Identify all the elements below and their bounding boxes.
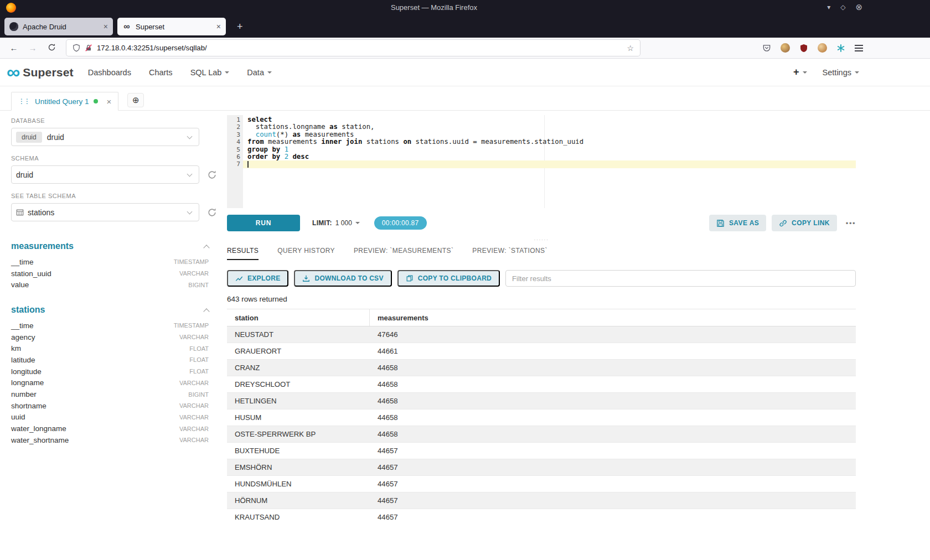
query-tab-close-icon[interactable]: × xyxy=(107,97,112,106)
pane-splitter[interactable]: ∙∙∙∙∙∙ xyxy=(227,236,856,243)
nav-item-label: Data xyxy=(247,68,264,77)
tab-close-icon[interactable]: × xyxy=(216,22,221,31)
code-line[interactable]: stations.longname as station, xyxy=(243,123,856,131)
nav-item-dashboards[interactable]: Dashboards xyxy=(88,68,131,77)
window-minimize-icon[interactable]: ▾ xyxy=(827,3,830,11)
cell-station: OSTE-SPERRWERK BP xyxy=(227,426,370,442)
column-header-station[interactable]: station xyxy=(227,309,370,326)
table-select[interactable]: stations xyxy=(11,203,199,221)
settings-menu[interactable]: Settings xyxy=(823,68,859,77)
limit-dropdown[interactable]: LIMIT: 1 000 xyxy=(312,219,360,227)
superset-logo[interactable]: ∞ Superset xyxy=(7,65,74,80)
column-row-water-longname: water_longnameVARCHAR xyxy=(11,423,209,434)
chevron-up-icon[interactable] xyxy=(203,245,209,251)
add-query-tab-button[interactable]: ⊕ xyxy=(127,93,144,107)
query-tab[interactable]: ⋮⋮ Untitled Query 1 × xyxy=(11,92,118,111)
nav-item-data[interactable]: Data xyxy=(247,68,272,77)
code-line[interactable]: order by 2 desc xyxy=(243,153,856,160)
bookmark-star-icon[interactable]: ☆ xyxy=(627,44,634,53)
download-to-csv-button[interactable]: DOWNLOAD TO CSV xyxy=(294,270,391,287)
result-actions: EXPLOREDOWNLOAD TO CSVCOPY TO CLIPBOARD xyxy=(227,270,500,287)
column-name: longitude xyxy=(11,367,42,376)
results-tab-preview-stations[interactable]: PREVIEW: `STATIONS` xyxy=(472,247,547,260)
forward-button[interactable]: → xyxy=(25,44,40,52)
text-cursor xyxy=(247,161,249,168)
cell-station: HUNDSMÜHLEN xyxy=(227,476,370,492)
filter-results-input[interactable] xyxy=(505,270,856,287)
reload-button[interactable] xyxy=(44,43,59,53)
lock-insecure-icon[interactable] xyxy=(85,44,92,52)
toolbar-extensions xyxy=(762,43,864,53)
caret-down-icon xyxy=(803,71,807,74)
cell-measurements: 44658 xyxy=(370,409,856,426)
nav-item-sql-lab[interactable]: SQL Lab xyxy=(190,68,230,77)
url-input[interactable] xyxy=(97,44,622,52)
cell-station: HETLINGEN xyxy=(227,393,370,409)
url-bar[interactable]: ☆ xyxy=(66,40,640,56)
save-as-button[interactable]: SAVE AS xyxy=(709,215,766,231)
column-name: agency xyxy=(11,333,35,341)
window-maximize-icon[interactable]: ◇ xyxy=(840,3,845,11)
tracking-shield-icon[interactable] xyxy=(73,44,80,52)
new-tab-button[interactable]: + xyxy=(232,21,247,33)
sqllab-main: DATABASE druid druid SCHEMA druid xyxy=(0,111,930,560)
back-button[interactable]: ← xyxy=(7,44,21,52)
table-section-name: measurements xyxy=(11,241,74,251)
more-options-icon[interactable]: ••• xyxy=(846,219,856,227)
schema-tables: measurements__timeTIMESTAMPstation_uuidV… xyxy=(11,241,219,446)
column-name: uuid xyxy=(11,413,25,421)
table-row: HUNDSMÜHLEN44657 xyxy=(227,476,856,492)
tab-close-icon[interactable]: × xyxy=(104,22,108,31)
code-line[interactable]: from measurements inner join stations on… xyxy=(243,138,856,146)
copy-to-clipboard-button[interactable]: COPY TO CLIPBOARD xyxy=(397,270,500,287)
database-select[interactable]: druid druid xyxy=(11,128,199,146)
column-name: number xyxy=(11,390,37,398)
run-button[interactable]: RUN xyxy=(227,215,300,231)
code-line[interactable] xyxy=(243,160,856,168)
line-number: 2 xyxy=(227,123,240,131)
nav-item-charts[interactable]: Charts xyxy=(149,68,173,77)
results-tab-results[interactable]: RESULTS xyxy=(227,247,259,260)
code-line[interactable]: count(*) as measurements xyxy=(243,131,856,138)
grid-header: stationmeasurements xyxy=(227,309,856,326)
column-header-measurements[interactable]: measurements xyxy=(370,309,856,326)
brand-name: Superset xyxy=(23,66,73,79)
extension-avatar-icon[interactable] xyxy=(818,43,827,53)
pocket-icon[interactable] xyxy=(762,44,771,52)
grid-body: NEUSTADT47646GRAUERORT44661CRANZ44658DRE… xyxy=(227,326,856,521)
code-line[interactable]: select xyxy=(243,116,856,123)
copy-link-button[interactable]: COPY LINK xyxy=(772,215,837,231)
browser-tab-apache-druid[interactable]: Apache Druid× xyxy=(4,18,113,35)
table-section-measurements[interactable]: measurements xyxy=(11,241,209,251)
chevron-up-icon[interactable] xyxy=(203,308,209,314)
editor-code[interactable]: select stations.longname as station, cou… xyxy=(243,116,856,168)
new-item-menu[interactable]: + xyxy=(793,66,807,78)
nav-item-label: Dashboards xyxy=(88,68,131,77)
column-type: VARCHAR xyxy=(179,437,209,443)
menu-icon[interactable] xyxy=(855,45,864,51)
results-tab-preview-measurements[interactable]: PREVIEW: `MEASUREMENTS` xyxy=(354,247,453,260)
query-timer-badge: 00:00:00.87 xyxy=(374,216,427,230)
action-button-label: COPY TO CLIPBOARD xyxy=(418,274,492,282)
results-tab-query-history[interactable]: QUERY HISTORY xyxy=(277,247,335,260)
explore-button[interactable]: EXPLORE xyxy=(227,270,288,287)
schema-select[interactable]: druid xyxy=(11,165,199,184)
column-row-value: valueBIGINT xyxy=(11,279,209,291)
extension-avatar-icon[interactable] xyxy=(781,43,790,53)
query-tabs-row: ⋮⋮ Untitled Query 1 × ⊕ xyxy=(0,86,930,111)
column-type: VARCHAR xyxy=(179,426,209,432)
results-tabs: RESULTSQUERY HISTORYPREVIEW: `MEASUREMEN… xyxy=(227,247,856,260)
refresh-schema-icon[interactable] xyxy=(207,170,217,180)
browser-tab-superset[interactable]: ∞Superset× xyxy=(117,18,226,35)
window-titlebar: Superset — Mozilla Firefox ▾ ◇ ⊗ xyxy=(0,0,930,15)
drag-handle-icon[interactable]: ⋮⋮ xyxy=(18,97,29,105)
ublock-icon[interactable] xyxy=(799,44,808,53)
asterisk-extension-icon[interactable] xyxy=(836,44,845,53)
window-close-icon[interactable]: ⊗ xyxy=(855,2,862,12)
query-status-dot xyxy=(94,99,98,103)
sqllab-app: ⋮⋮ Untitled Query 1 × ⊕ DATABASE druid d… xyxy=(0,86,930,560)
table-section-stations[interactable]: stations xyxy=(11,305,209,315)
refresh-table-icon[interactable] xyxy=(207,208,217,217)
sql-editor[interactable]: 1234567 select stations.longname as stat… xyxy=(227,115,856,208)
code-line[interactable]: group by 1 xyxy=(243,146,856,153)
